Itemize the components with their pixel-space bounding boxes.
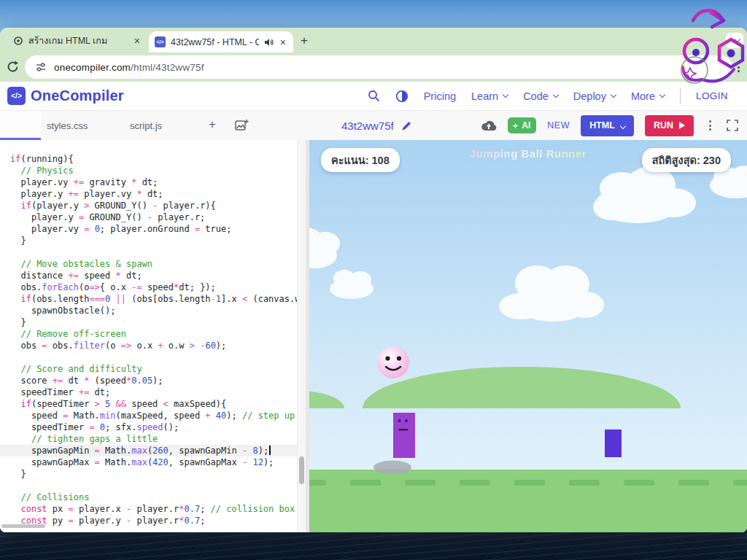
language-select-button[interactable]: HTML [581,115,634,136]
game-title: Jumping Ball Runner [309,147,747,160]
code-line[interactable]: spawnGapMin = Math.max(260, spawnGapMin … [0,445,297,456]
chevron-down-icon [659,91,665,97]
code-line[interactable] [0,351,297,363]
code-line[interactable]: score += dt * (speed*0.05); [0,375,297,386]
toolbar-actions: AI NEW HTML RUN [481,111,738,140]
chevron-down-icon [620,123,626,129]
code-line[interactable]: // Score and difficulty [0,363,297,375]
tab-close-icon[interactable]: × [133,36,142,46]
theme-toggle-icon[interactable] [395,90,409,103]
editor-horizontal-scrollbar[interactable] [1,524,45,528]
desktop-wallpaper-bottom [0,529,747,560]
nav-code[interactable]: Code [523,90,558,102]
code-line[interactable]: speedTimer = 0; sfx.speed(); [0,421,297,433]
code-line[interactable]: // Move obstacles & spawn [0,258,297,270]
url-domain: onecompiler.com [54,62,131,73]
code-line[interactable]: } [0,316,297,328]
code-line[interactable] [0,480,297,491]
editor-toolbar: styles.css script.js + 43t2ww75f [0,111,747,140]
obstacle-purple [393,413,415,458]
browser-menu-button[interactable] [732,60,744,74]
site-settings-icon[interactable] [35,61,47,73]
code-lines[interactable]: if(running){ // Physics player.vy += gra… [0,140,297,526]
browser-tab-chatgpt[interactable]: สร้างเกม HTML เกม × [7,31,147,50]
tab-close-icon[interactable]: × [279,37,287,47]
code-line[interactable] [0,246,297,258]
url-text: onecompiler.com/html/43t2ww75f [54,62,204,73]
reload-icon[interactable] [6,60,20,74]
add-file-button[interactable]: + [209,117,216,132]
text-cursor [269,446,271,455]
browser-window: สร้างเกม HTML เกม × </> 43t2ww75f - HTML… [0,28,747,532]
editor-vertical-scrollbar[interactable] [297,140,306,532]
toolbar-menu-button[interactable] [705,120,716,131]
code-line[interactable]: spawnGapMax = Math.max(420, spawnGapMax … [0,456,297,468]
code-line[interactable]: speedTimer += dt; [0,386,297,398]
url-bar[interactable]: onecompiler.com/html/43t2ww75f [25,55,732,79]
tab-title: สร้างเกม HTML เกม [28,34,128,48]
code-favicon-icon: </> [155,36,166,47]
code-line[interactable]: // Physics [0,165,297,176]
code-line[interactable]: } [0,235,297,246]
onecompiler-logo[interactable]: </> OneCompiler [7,87,124,105]
add-image-icon[interactable] [235,119,249,131]
chevron-down-icon [734,36,740,42]
new-tab-button[interactable]: + [301,34,308,48]
code-line[interactable]: const px = player.x - player.r*0.7; // c… [0,503,297,515]
code-line[interactable]: player.vy = 0; player.onGround = true; [0,223,297,235]
tab-title: 43t2ww75f - HTML - One [171,37,259,47]
play-icon [679,122,685,129]
code-line[interactable]: spawnObstacle(); [0,305,297,316]
audio-playing-icon[interactable] [264,38,274,47]
code-editor[interactable]: if(running){ // Physics player.vy += gra… [0,140,297,532]
code-line[interactable]: } [0,468,297,480]
code-line[interactable]: player.y += player.vy * dt; [0,188,297,200]
code-line[interactable]: obs = obs.filter(o => o.x + o.w > -60); [0,340,297,351]
new-button[interactable]: NEW [547,120,570,131]
edit-pencil-icon[interactable] [401,120,412,131]
brand-name: OneCompiler [31,88,124,104]
run-button[interactable]: RUN [645,115,694,136]
code-line[interactable]: player.vy += gravity * dt; [0,176,297,188]
file-tab-styles-css[interactable]: styles.css [47,111,88,140]
nav-more[interactable]: More [631,90,665,102]
url-path: /html/43t2ww75f [131,62,204,73]
scrollbar-thumb[interactable] [299,456,304,484]
browser-url-row: onecompiler.com/html/43t2ww75f [0,52,747,82]
nav-deploy[interactable]: Deploy [573,90,616,102]
project-name: 43t2ww75f [341,111,412,140]
game-preview-pane: คะแนน: 108 สถิติสูงสุด: 230 Jumping Ball… [309,140,747,532]
code-line[interactable]: // Collisions [0,491,297,503]
browser-tab-onecompiler[interactable]: </> 43t2ww75f - HTML - One × [149,31,293,52]
code-line[interactable]: // Remove off-screen [0,328,297,340]
fullscreen-icon[interactable] [727,120,738,131]
chevron-down-icon [553,91,559,97]
cloud-upload-icon[interactable] [481,120,497,132]
code-line[interactable]: // tighten gaps a little [0,433,297,445]
game-ground [309,470,747,532]
code-line[interactable]: player.y = GROUND_Y() - player.r; [0,211,297,223]
game-canvas[interactable] [309,140,747,532]
nav-divider [680,88,681,104]
chatgpt-icon [13,36,23,46]
ai-button[interactable]: AI [508,117,536,133]
code-line[interactable]: obs.forEach(o=>{ o.x -= speed*dt; }); [0,281,297,293]
chevron-down-icon [503,91,508,97]
code-line[interactable]: if(speedTimer > 5 && speed < maxSpeed){ [0,398,297,410]
code-line[interactable]: speed = Math.min(maxSpeed, speed + 40); … [0,410,297,421]
brand-code-icon: </> [7,87,26,105]
obstacle-shadow [374,461,411,475]
nav-learn[interactable]: Learn [471,90,508,102]
nav-pricing[interactable]: Pricing [424,90,456,102]
window-chevron-button[interactable] [726,33,743,48]
login-button[interactable]: LOGIN [696,90,728,101]
code-line[interactable]: if(player.y > GROUND_Y() - player.r){ [0,200,297,211]
search-icon[interactable] [368,90,380,102]
code-line[interactable]: if(running){ [0,153,297,165]
code-line[interactable]: distance += speed * dt; [0,270,297,281]
file-tab-script-js[interactable]: script.js [130,111,162,140]
file-tab-active-partial[interactable] [0,111,41,140]
obstacle-violet [605,429,622,457]
code-line[interactable]: if(obs.length===0 || (obs[obs.length-1].… [0,293,297,305]
player-ball [377,346,409,378]
